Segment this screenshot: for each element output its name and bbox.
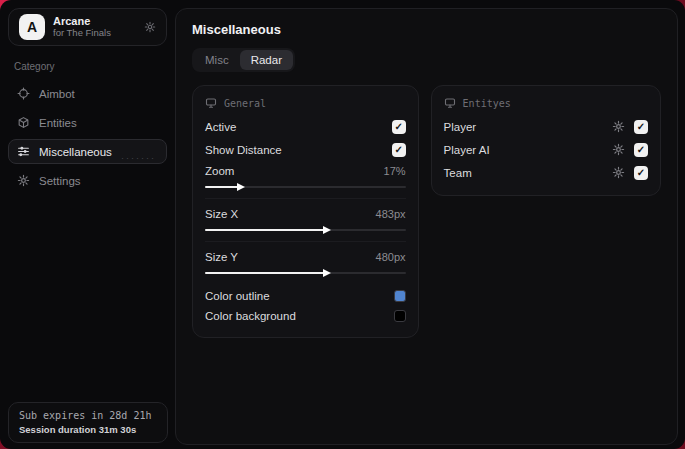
tab-radar[interactable]: Radar xyxy=(240,50,293,70)
entity-label: Player xyxy=(444,121,612,133)
sidebar: A Arcane for The Finals Category Aimbot xyxy=(0,0,175,449)
team-settings-gear-icon[interactable] xyxy=(612,166,625,179)
main-panel: Miscellaneous Misc Radar General Active … xyxy=(175,8,678,445)
brand-card: A Arcane for The Finals xyxy=(8,8,167,46)
tab-misc[interactable]: Misc xyxy=(194,50,240,70)
slider-value: 483px xyxy=(376,208,406,220)
color-label: Color background xyxy=(205,310,394,322)
sidebar-item-label: Aimbot xyxy=(39,88,75,100)
color-label: Color outline xyxy=(205,290,394,302)
tab-bar: Misc Radar xyxy=(192,48,295,72)
slider-fill xyxy=(205,272,325,274)
toggle-row-active: Active ✓ xyxy=(205,115,406,138)
slider-value: 480px xyxy=(376,251,406,263)
size-x-slider[interactable] xyxy=(205,226,406,234)
toggle-label: Show Distance xyxy=(205,144,392,156)
slider-label: Zoom xyxy=(205,165,384,177)
brand-settings-gear-icon[interactable] xyxy=(144,21,156,33)
show-distance-checkbox[interactable]: ✓ xyxy=(392,143,406,157)
player-ai-checkbox[interactable]: ✓ xyxy=(634,143,648,157)
entity-row-player: Player ✓ xyxy=(444,115,648,138)
category-label: Category xyxy=(14,61,167,72)
general-panel-title: General xyxy=(224,98,266,109)
app-window: A Arcane for The Finals Category Aimbot xyxy=(0,0,685,449)
slider-fill xyxy=(205,186,239,188)
size-y-slider[interactable] xyxy=(205,269,406,277)
app-logo: A xyxy=(19,14,45,40)
toggle-label: Active xyxy=(205,121,392,133)
gear-icon xyxy=(17,174,30,187)
app-subtitle: for The Finals xyxy=(53,28,136,39)
slider-thumb[interactable] xyxy=(323,269,331,277)
slider-group-size-x: Size X 483px xyxy=(205,204,406,242)
slider-label: Size X xyxy=(205,208,376,220)
slider-group-size-y: Size Y 480px xyxy=(205,247,406,284)
desktop-backdrop: A Arcane for The Finals Category Aimbot xyxy=(0,0,685,449)
entity-row-team: Team ✓ xyxy=(444,161,648,184)
background-color-swatch[interactable] xyxy=(394,310,406,322)
sidebar-item-label: Settings xyxy=(39,175,81,187)
player-ai-settings-gear-icon[interactable] xyxy=(612,143,625,156)
sidebar-item-entities[interactable]: Entities xyxy=(8,110,167,135)
entities-panel: Entityes Player ✓ Player AI ✓ xyxy=(431,85,661,196)
zoom-slider[interactable] xyxy=(205,183,406,191)
page-title: Miscellaneous xyxy=(192,22,661,37)
color-row-outline: Color outline xyxy=(205,286,406,306)
entity-label: Team xyxy=(444,167,612,179)
app-title: Arcane xyxy=(53,15,136,28)
player-settings-gear-icon[interactable] xyxy=(612,120,625,133)
slider-value: 17% xyxy=(384,165,406,177)
slider-group-zoom: Zoom 17% xyxy=(205,161,406,199)
decorative-dots: ······· xyxy=(121,153,156,163)
slider-thumb[interactable] xyxy=(237,183,245,191)
general-panel: General Active ✓ Show Distance ✓ Zoom 17… xyxy=(192,85,419,338)
player-checkbox[interactable]: ✓ xyxy=(634,120,648,134)
sidebar-item-aimbot[interactable]: Aimbot xyxy=(8,81,167,106)
sliders-icon xyxy=(17,145,30,158)
outline-color-swatch[interactable] xyxy=(394,290,406,302)
sidebar-item-settings[interactable]: Settings xyxy=(8,168,167,193)
monitor-icon xyxy=(205,97,217,109)
color-row-background: Color background xyxy=(205,306,406,326)
sidebar-item-miscellaneous[interactable]: Miscellaneous ······· xyxy=(8,139,167,164)
box-icon xyxy=(17,116,30,129)
content-area: General Active ✓ Show Distance ✓ Zoom 17… xyxy=(192,85,661,338)
toggle-row-show-distance: Show Distance ✓ xyxy=(205,138,406,161)
entity-label: Player AI xyxy=(444,144,612,156)
sidebar-item-label: Miscellaneous xyxy=(39,146,112,158)
slider-fill xyxy=(205,229,325,231)
sidebar-item-label: Entities xyxy=(39,117,77,129)
slider-thumb[interactable] xyxy=(323,226,331,234)
team-checkbox[interactable]: ✓ xyxy=(634,166,648,180)
entity-row-player-ai: Player AI ✓ xyxy=(444,138,648,161)
sidebar-nav: Aimbot Entities Miscellaneous ······· xyxy=(8,81,167,193)
active-checkbox[interactable]: ✓ xyxy=(392,120,406,134)
monitor-icon xyxy=(444,97,456,109)
subscription-card: Sub expires in 28d 21h Session duration … xyxy=(8,402,168,443)
slider-label: Size Y xyxy=(205,251,376,263)
session-duration-text: Session duration 31m 30s xyxy=(19,424,157,435)
crosshair-icon xyxy=(17,87,30,100)
sub-expiry-text: Sub expires in 28d 21h xyxy=(19,410,157,421)
entities-panel-title: Entityes xyxy=(463,98,511,109)
